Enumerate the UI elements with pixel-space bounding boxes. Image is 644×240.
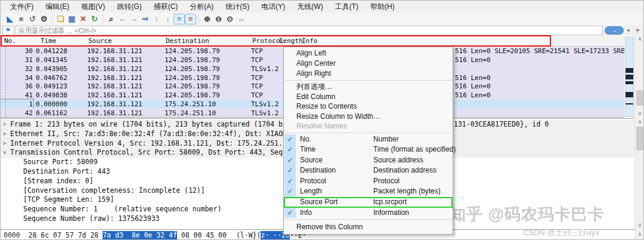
column-header-time[interactable]: Time [41,37,57,45]
related-packets-line [5,47,6,118]
expand-icon[interactable]: > [3,120,6,130]
hex-bytes[interactable]: 28 6c 07 57 7d 28 [20,231,103,239]
add-filter-button[interactable]: + [633,26,642,35]
menu-item-4[interactable]: 捕获(C) [148,1,184,13]
menu-item-2[interactable]: 视图(V) [75,1,111,13]
scroll-down-icon[interactable]: ∨ [635,110,644,118]
stop-capture-icon[interactable]: ■ [16,14,27,24]
menu-item-align-right[interactable]: Align Right [284,69,453,79]
zoom-out-icon[interactable]: ⊖ [213,14,224,24]
menu-item-9[interactable]: 工具(T) [329,1,364,13]
filter-bar: ⚑ → ▾ + [1,25,643,35]
column-header-info[interactable]: Info [302,37,318,45]
menu-item-3[interactable]: 跳转(G) [111,1,147,13]
menu-toggle-info[interactable]: ✓InfoInformation [284,208,453,219]
scroll-down-icon[interactable]: ∨ [635,221,644,229]
cell-protocol: TCP [251,73,263,81]
packet-list-scroll-thumb[interactable] [636,90,644,106]
menu-item-8[interactable]: 无线(W) [291,1,329,13]
cell-time: 0.049838 [36,91,67,99]
menu-item-remove-this-column[interactable]: Remove this Column [284,221,453,233]
column-header-length[interactable]: Length [279,37,303,45]
zoom-reset-icon[interactable]: ⊙ [224,14,236,24]
column-header-destination[interactable]: Destination [166,37,209,45]
menu-toggle-no-[interactable]: ✓No.Number [284,134,453,145]
wireshark-window: 文件(F)编辑(E)视图(V)跳转(G)捕获(C)分析(A)统计(S)电话(Y)… [0,0,644,240]
save-file-icon[interactable]: ▦ [66,14,78,24]
toggle-description: Number [373,134,399,145]
menu-toggle-time[interactable]: ✓TimeTime (format as specified) [284,144,453,155]
expand-icon[interactable]: > [3,139,6,149]
menu-separator [284,219,452,220]
menu-toggle-source[interactable]: ✓SourceSource address [284,155,453,166]
display-filter-input[interactable] [16,26,603,35]
menu-toggle-destination[interactable]: ✓DestinationDestination address [284,165,453,176]
packet-list-scrollbar[interactable]: ∧ ∨ [634,35,644,118]
find-packet-icon[interactable]: ⌕ [106,14,117,24]
start-capture-icon[interactable]: ◣ [4,14,16,24]
menu-item-1[interactable]: 编辑(E) [39,1,75,13]
menu-item-align-center[interactable]: Align Center [284,59,453,69]
menu-item-resize-to-contents[interactable]: Resize to Contents [284,101,453,112]
hex-bytes[interactable]: 08 00 45 00 [177,231,227,239]
menu-item-5[interactable]: 分析(A) [184,1,219,13]
menu-item-edit-column[interactable]: Edit Column [284,92,453,102]
menu-item-10[interactable]: 帮助(H) [364,1,401,13]
menu-toggle-source-port[interactable]: Source Porttcp.srcport [284,197,453,208]
menu-item-resize-column-to-width-[interactable]: Resize Column to Width… [284,112,453,122]
column-header-no[interactable]: No. [4,37,16,45]
detail-scroll-thumb[interactable] [636,127,644,150]
scroll-up-icon[interactable]: ∧ [635,230,644,238]
auto-scroll-icon[interactable]: ≡ [174,14,185,24]
close-file-icon[interactable]: ✕ [78,14,89,24]
cell-source: 192.168.31.121 [87,56,143,64]
cell-info: 516 Len=0 [455,73,491,81]
hex-pane-scrollbar[interactable]: ∧ [634,229,644,240]
cell-time: 0.041228 [36,47,67,55]
menu-bar: 文件(F)编辑(E)视图(V)跳转(G)捕获(C)分析(A)统计(S)电话(Y)… [1,1,643,13]
detail-text: Ethernet II, Src: 7a:d3:8e:0e:32:4f (7a:… [10,130,308,139]
cell-info: 516 Len=0 [455,56,491,64]
filter-bookmark-icon[interactable]: ⚑ [2,26,14,35]
go-back-icon[interactable]: ← [117,14,128,24]
collapse-icon[interactable]: v [3,148,6,158]
checkmark-icon: ✓ [284,176,296,187]
detail-text: [Conversation completeness: Incomplete (… [23,186,205,196]
menu-toggle-protocol[interactable]: ✓ProtocolProtocol [284,176,453,187]
capture-options-icon[interactable]: ⚙ [38,14,49,24]
menu-item-0[interactable]: 文件(F) [4,1,39,13]
packet-list-minimap-scrollbar[interactable] [625,36,634,117]
cell-source: 192.168.31.121 [87,109,143,116]
cell-info: 516 Len=0 SLE=20105 SRE=21541 SLE=17233 … [455,47,633,55]
resize-columns-icon[interactable]: ↔ [236,14,247,24]
cell-protocol: TCP [251,82,263,90]
column-header-source[interactable]: Source [88,37,112,45]
menu-item-align-left[interactable]: Align Left [284,48,453,59]
reload-file-icon[interactable]: ↻ [89,14,100,24]
apply-filter-button[interactable]: → [605,26,624,35]
scroll-up-icon[interactable]: ∧ [635,35,644,43]
go-to-packet-icon[interactable]: ⇒ [140,14,151,24]
restart-capture-icon[interactable]: ↺ [27,14,38,24]
packet-list-header-spacer [551,35,624,47]
zoom-in-icon[interactable]: ⊕ [202,14,213,24]
menu-item------[interactable]: 列首选项… [284,82,453,92]
detail-pane-scrollbar[interactable]: ∧ ∨ [634,118,644,229]
hex-bytes-selected[interactable]: 7a d3 8e 0e 32 4f [103,231,177,239]
expand-icon[interactable]: > [3,130,6,139]
menu-item-7[interactable]: 电话(Y) [255,1,291,13]
toolbar-group: ⌕←→⇒↑↓≡≡ [103,14,199,24]
go-to-bottom-icon[interactable]: ↓ [162,14,174,24]
menu-toggle-length[interactable]: ✓LengthPacket length (bytes) [284,186,453,197]
colorize-icon[interactable]: ≡ [185,14,196,24]
go-forward-icon[interactable]: → [128,14,140,24]
cell-protocol: TCP [251,91,263,99]
menu-item-6[interactable]: 统计(S) [219,1,255,13]
filter-dropdown-caret-icon[interactable]: ▾ [626,27,631,33]
open-file-icon[interactable]: ❏ [55,14,66,24]
go-to-top-icon[interactable]: ↑ [151,14,162,24]
cell-protocol: TLSv1.2 [251,109,278,116]
toggle-description: Time (format as specified) [373,144,456,155]
scroll-up-icon[interactable]: ∧ [635,118,644,126]
checkmark-icon: ✓ [284,208,296,219]
